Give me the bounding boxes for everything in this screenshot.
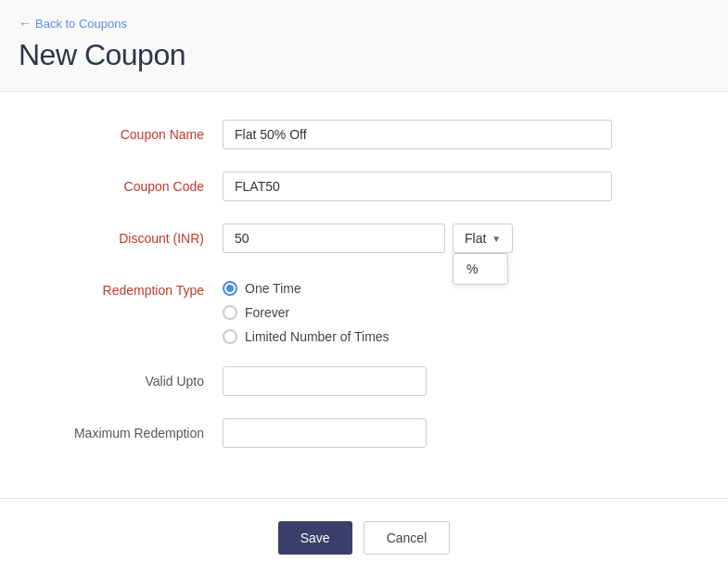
discount-row: Discount (INR) Flat ▼ % (56, 224, 672, 253)
valid-upto-row: Valid Upto (56, 366, 672, 396)
max-redemption-control (223, 418, 612, 448)
max-redemption-row: Maximum Redemption (56, 418, 672, 448)
radio-limited[interactable] (223, 329, 237, 344)
coupon-code-label: Coupon Code (56, 172, 223, 194)
form-section: Coupon Name Coupon Code Discount (INR) F… (0, 92, 728, 498)
coupon-name-input[interactable] (223, 120, 612, 149)
discount-control: Flat ▼ % (223, 224, 513, 253)
redemption-type-control: One Time Forever Limited Number of Times (223, 275, 390, 344)
save-button[interactable]: Save (278, 521, 352, 555)
back-link-label: Back to Coupons (35, 17, 127, 31)
dropdown-item-percent[interactable]: % (453, 254, 507, 284)
back-arrow-icon: ← (19, 16, 32, 31)
valid-upto-label: Valid Upto (56, 366, 223, 389)
coupon-name-label: Coupon Name (56, 120, 223, 142)
redemption-type-label: Redemption Type (56, 275, 223, 298)
radio-limited-label: Limited Number of Times (245, 329, 390, 344)
discount-label: Discount (INR) (56, 224, 223, 246)
back-link[interactable]: ← Back to Coupons (19, 16, 127, 31)
redemption-type-row: Redemption Type One Time Forever Limited… (56, 275, 672, 344)
radio-option-one-time[interactable]: One Time (223, 281, 390, 296)
radio-one-time[interactable] (223, 281, 237, 296)
coupon-name-control (223, 120, 612, 149)
flat-dropdown-label: Flat (465, 231, 486, 246)
discount-type-dropdown[interactable]: Flat ▼ % (453, 224, 513, 253)
footer: Save Cancel (0, 498, 728, 562)
valid-upto-control (223, 366, 612, 396)
radio-forever-label: Forever (245, 305, 289, 320)
radio-forever[interactable] (223, 305, 237, 320)
coupon-code-input[interactable] (223, 172, 612, 201)
max-redemption-label: Maximum Redemption (56, 418, 223, 441)
max-redemption-input[interactable] (223, 418, 427, 448)
radio-option-limited[interactable]: Limited Number of Times (223, 329, 390, 344)
discount-type-menu: % (453, 253, 508, 285)
coupon-name-row: Coupon Name (56, 120, 672, 149)
header: ← Back to Coupons New Coupon (0, 0, 728, 92)
coupon-code-row: Coupon Code (56, 172, 672, 201)
coupon-code-control (223, 172, 612, 201)
valid-upto-input[interactable] (223, 366, 427, 396)
page-title: New Coupon (19, 38, 709, 72)
flat-dropdown-button[interactable]: Flat ▼ (453, 224, 513, 253)
cancel-button[interactable]: Cancel (364, 521, 451, 555)
discount-input[interactable] (223, 224, 445, 253)
caret-icon: ▼ (492, 234, 501, 244)
radio-one-time-label: One Time (245, 281, 301, 296)
radio-option-forever[interactable]: Forever (223, 305, 390, 320)
